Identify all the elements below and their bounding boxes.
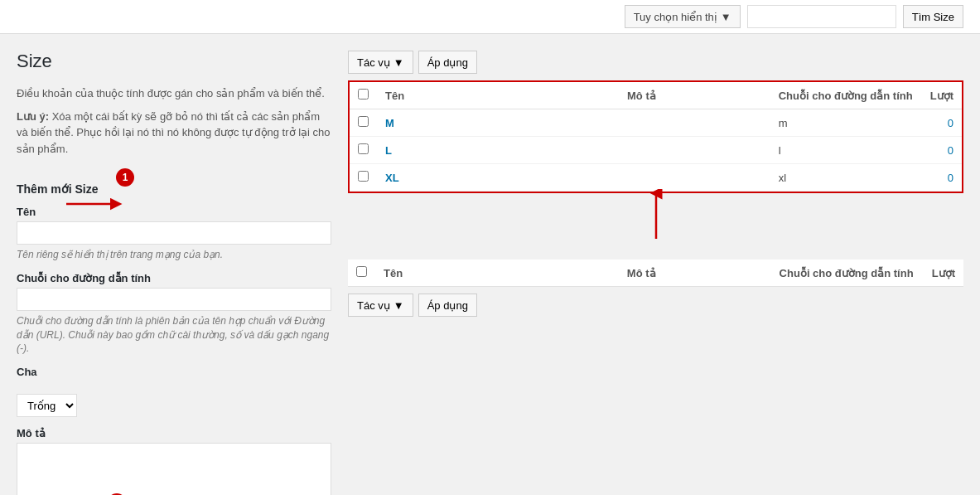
select-all-checkbox[interactable] <box>358 89 369 99</box>
mota-textarea[interactable] <box>17 443 331 495</box>
row-checkbox-cell <box>350 137 377 164</box>
row-luot-cell: 0 <box>922 164 962 192</box>
annotation-circle-1: 1 <box>116 168 134 187</box>
row-ten-cell: M <box>377 109 619 137</box>
row-luot-cell: 0 <box>922 137 962 164</box>
col-chuoi-header: Chuỗi cho đường dẫn tính <box>770 82 922 109</box>
row-chuoi-cell: m <box>770 109 922 137</box>
chevron-down-icon: ▼ <box>393 56 404 69</box>
row-ten-cell: L <box>377 137 619 164</box>
top-toolbar: Tác vụ ▼ Áp dụng <box>348 51 963 74</box>
apply-button-bottom[interactable]: Áp dụng <box>418 294 477 317</box>
table-border-highlight: Tên Mô tả Chuỗi cho đường dẫn tính Lượt … <box>348 80 963 193</box>
warning-detail: Xóa một cái bất kỳ sẽ gỡ bỏ nó thì tất c… <box>17 110 331 155</box>
warning-bold: Lưu ý: <box>17 110 49 123</box>
table-row: M m 0 <box>350 109 962 137</box>
row-luot-link[interactable]: 0 <box>948 144 953 157</box>
table-row: XL xl 0 <box>350 164 962 192</box>
row-checkbox-cell <box>350 109 377 137</box>
row-ten-link[interactable]: M <box>385 117 394 129</box>
add-form-section: 1 Thêm mới Size Tên Tê <box>17 170 331 495</box>
mota-label: Mô tả <box>17 427 331 439</box>
bottom-action-toolbar: Tác vụ ▼ Áp dụng <box>348 294 963 317</box>
select-all-checkbox-bottom[interactable] <box>356 266 367 277</box>
add-form-title: Thêm mới Size <box>17 182 331 196</box>
table-highlight-container: Tên Mô tả Chuỗi cho đường dẫn tính Lượt … <box>348 80 963 193</box>
size-table: Tên Mô tả Chuỗi cho đường dẫn tính Lượt … <box>350 82 962 192</box>
warning-text: Lưu ý: Xóa một cái bất kỳ sẽ gỡ bỏ nó th… <box>17 109 331 158</box>
chevron-down-icon: ▼ <box>721 11 731 23</box>
tacvu-dropdown-button-bottom[interactable]: Tác vụ ▼ <box>348 294 413 317</box>
apply-button-top[interactable]: Áp dụng <box>418 51 477 74</box>
col-checkbox-footer <box>348 260 375 287</box>
chuoi-hint: Chuỗi cho đường dẫn tính là phiên bản củ… <box>17 314 331 356</box>
row-chuoi-cell: l <box>770 137 922 164</box>
display-options-dropdown[interactable]: Tuy chọn hiển thị ▼ <box>625 5 741 28</box>
page-title: Size <box>17 51 331 72</box>
top-bar: Tuy chọn hiển thị ▼ Tìm Size <box>0 0 980 34</box>
bottom-toolbar: Tên Mô tả Chuỗi cho đường dẫn tính Lượt <box>348 260 963 294</box>
mota-field-group: Mô tả 2 Mô tả bình thường không được sử … <box>17 427 331 495</box>
cha-field-group: Cha Trống <box>17 366 331 427</box>
row-checkbox[interactable] <box>358 116 369 127</box>
ten-input[interactable] <box>17 221 331 245</box>
row-luot-link[interactable]: 0 <box>948 117 953 129</box>
chuoi-field-group: Chuỗi cho đường dẫn tính Chuỗi cho đường… <box>17 272 331 356</box>
row-ten-link[interactable]: XL <box>385 172 399 184</box>
tacvu-dropdown-button[interactable]: Tác vụ ▼ <box>348 51 413 74</box>
table-row: L l 0 <box>350 137 962 164</box>
cha-select[interactable]: Trống <box>17 394 77 417</box>
row-checkbox-cell <box>350 164 377 192</box>
annotation-arrow-table <box>640 189 673 243</box>
col-luot-header: Lượt <box>922 82 962 109</box>
table-header-row: Tên Mô tả Chuỗi cho đường dẫn tính Lượt <box>350 82 962 109</box>
right-panel: Tác vụ ▼ Áp dụng Tên <box>348 51 963 495</box>
tacvu-label-bottom: Tác vụ <box>357 299 390 312</box>
row-ten-cell: XL <box>377 164 619 192</box>
row-mota-cell <box>619 109 770 137</box>
cha-label: Cha <box>17 366 331 378</box>
row-checkbox[interactable] <box>358 171 369 182</box>
row-mota-cell <box>619 137 770 164</box>
col-chuoi-footer: Chuỗi cho đường dẫn tính <box>771 260 924 287</box>
col-luot-footer: Lượt <box>924 260 963 287</box>
chevron-down-icon-bottom: ▼ <box>393 299 404 312</box>
col-checkbox <box>350 82 377 109</box>
ten-hint: Tên riêng sẽ hiển thị trên trang mạng củ… <box>17 248 331 262</box>
tacvu-label: Tác vụ <box>357 56 390 69</box>
table-footer-header-row: Tên Mô tả Chuỗi cho đường dẫn tính Lượt <box>348 260 963 287</box>
row-mota-cell <box>619 164 770 192</box>
col-mota-footer: Mô tả <box>619 260 771 287</box>
left-panel: Size Điều khoản của thuộc tính được gán … <box>17 51 331 495</box>
row-luot-cell: 0 <box>922 109 962 137</box>
row-chuoi-cell: xl <box>770 164 922 192</box>
row-ten-link[interactable]: L <box>385 144 392 157</box>
size-table-footer: Tên Mô tả Chuỗi cho đường dẫn tính Lượt <box>348 260 963 287</box>
main-content: Size Điều khoản của thuộc tính được gán … <box>0 34 980 495</box>
ten-field-group: Tên Tên riêng sẽ hiển thị trên trang mạn… <box>17 206 331 262</box>
chuoi-input[interactable] <box>17 288 331 311</box>
col-ten-header: Tên <box>377 82 619 109</box>
col-ten-footer: Tên <box>375 260 619 287</box>
chuoi-label: Chuỗi cho đường dẫn tính <box>17 272 331 284</box>
search-button[interactable]: Tìm Size <box>903 5 963 28</box>
description-text: Điều khoản của thuộc tính được gán cho s… <box>17 85 331 102</box>
ten-label: Tên <box>17 206 331 218</box>
row-luot-link[interactable]: 0 <box>948 172 953 184</box>
search-input[interactable] <box>747 5 896 28</box>
col-mota-header: Mô tả <box>619 82 770 109</box>
row-checkbox[interactable] <box>358 143 369 154</box>
